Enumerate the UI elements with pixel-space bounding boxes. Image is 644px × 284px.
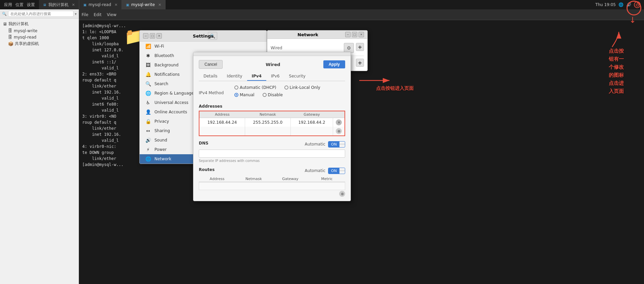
empty-addr [199, 127, 245, 136]
dns-input[interactable] [199, 150, 345, 158]
places-menu[interactable]: 位置 [14, 2, 25, 8]
routes-auto-label: Automatic [305, 168, 326, 173]
radio-link-local[interactable]: Link-Local Only [284, 85, 320, 90]
wired-body: Cancel Wired Apply Details Identity IPv4… [193, 56, 351, 201]
wifi-label: Wi-Fi [154, 44, 164, 49]
dns-hint: Separate IP addresses with commas [199, 159, 345, 163]
terminal-line: [admin@mysql-wr... [82, 23, 641, 29]
radio-manual[interactable]: Manual [234, 93, 255, 97]
routes-section: Routes Automatic ON Address Netmask Gate… [199, 167, 345, 197]
sidebar-tree: 🖥 我的计算机 🗄 mysql-write 🗄 mysql-read 📦 共享的… [0, 18, 79, 284]
network-minimize[interactable]: − [345, 32, 351, 37]
link-local-label: Link-Local Only [290, 85, 320, 90]
tree-mysql-read-label: mysql-read [14, 35, 76, 40]
view-menu[interactable]: View [107, 12, 116, 17]
tab-ipv4[interactable]: IPv4 [247, 72, 266, 81]
power-icon: ⚡ [145, 147, 151, 152]
tab-mysql-write[interactable]: ▣ mysql-write ✕ [122, 0, 166, 9]
taskbar-apps: 应用 位置 设置 [0, 2, 39, 8]
routes-addr-header: Address [199, 177, 235, 181]
taskbar: 应用 位置 设置 🖥 我的计算机 ✕ ▣ mysql-read ✕ ▣ mysq… [0, 0, 644, 9]
routes-empty-row [199, 182, 345, 190]
addr-header-address: Address [199, 111, 245, 118]
search-icon: 🔍 [2, 12, 7, 16]
file-menu[interactable]: File [82, 12, 88, 17]
terminal-icon-2: ▣ [83, 3, 86, 7]
apps-menu[interactable]: 应用 [3, 2, 13, 8]
network-maximize[interactable]: □ [352, 32, 357, 37]
tab3-label: mysql-write [131, 2, 155, 7]
tree-root[interactable]: 🖥 我的计算机 [0, 20, 79, 27]
search-settings-icon: 🔍 [145, 81, 151, 87]
terminal-header: File Edit View [79, 9, 644, 20]
dns-row: DNS Automatic ON [199, 141, 345, 148]
add-vpn-button[interactable]: + [356, 59, 364, 67]
tree-shared-label: 共享的虚拟机 [15, 41, 76, 47]
minimize-button[interactable]: − [143, 33, 148, 39]
addr-address-cell[interactable]: 192.168.44.24 [199, 118, 245, 127]
addr-gateway-cell[interactable]: 192.168.44.2 [290, 118, 333, 127]
tab3-close[interactable]: ✕ [158, 3, 161, 7]
settings-wifi[interactable]: 📶 Wi-Fi [140, 42, 267, 51]
add-network-button[interactable]: + [356, 43, 364, 51]
network-title: Network [271, 32, 345, 37]
taskbar-tabs: 🖥 我的计算机 ✕ ▣ mysql-read ✕ ▣ mysql-write ✕ [39, 0, 166, 9]
search-settings-label: Search [154, 81, 168, 86]
dropdown-arrow-icon[interactable]: ▾ [75, 12, 77, 16]
tab-identity[interactable]: Identity [222, 72, 247, 81]
toggle-off-label [339, 144, 345, 145]
addr-header-action [333, 111, 345, 118]
tab-details[interactable]: Details [199, 72, 222, 81]
addresses-table: Address Netmask Gateway 192.168.44.24 25… [199, 111, 345, 136]
routes-row: Routes Automatic ON [199, 167, 345, 174]
addr-delete-cell: ✕ [333, 118, 345, 127]
tab-my-computer[interactable]: 🖥 我的计算机 ✕ [39, 0, 79, 9]
addresses-label: Addresses [199, 104, 345, 109]
tab1-close[interactable]: ✕ [72, 3, 75, 7]
add-addr-button[interactable]: ⊕ [336, 128, 342, 134]
privacy-icon: 🔒 [145, 119, 151, 124]
tree-mysql-write[interactable]: 🗄 mysql-write [5, 27, 79, 34]
radio-group: Automatic (DHCP) Link-Local Only Manual [234, 85, 345, 97]
tab-security[interactable]: Security [284, 72, 310, 81]
add-route-button[interactable]: ⊕ [339, 191, 345, 197]
ipv4-method-label: IPv4 Method [199, 91, 229, 95]
radio-circle-disable [263, 93, 267, 97]
routes-toggle[interactable]: ON [328, 168, 345, 174]
network-win-controls: − □ ✕ [345, 32, 364, 37]
maximize-button[interactable]: □ [150, 33, 155, 39]
routes-auto-row: Automatic ON [305, 168, 345, 174]
routes-gateway-header: Gateway [272, 177, 309, 181]
radio-auto-dhcp[interactable]: Automatic (DHCP) [234, 85, 276, 90]
addr-header-netmask: Netmask [245, 111, 291, 118]
network-close[interactable]: ✕ [359, 32, 364, 37]
ipv4-method-section: IPv4 Method Automatic (DHCP) Link-Local … [199, 85, 345, 101]
desktop: 7 C E N T O S 应用 位置 设置 🖥 我的计算机 ✕ ▣ mysql… [0, 0, 644, 284]
settings-menu[interactable]: 设置 [26, 2, 36, 8]
tree-shared-vms[interactable]: 📦 共享的虚拟机 [5, 40, 79, 47]
accounts-label: Online Accounts [154, 110, 187, 114]
edit-menu[interactable]: Edit [94, 12, 101, 17]
routes-metric-header: Metric [309, 177, 345, 181]
delete-addr-button[interactable]: ✕ [336, 119, 342, 125]
tree-mysql-read[interactable]: 🗄 mysql-read [5, 34, 79, 40]
tab2-close[interactable]: ✕ [114, 3, 118, 7]
tab-ipv6[interactable]: IPv6 [266, 72, 284, 81]
apply-button[interactable]: Apply [323, 60, 345, 68]
wired-gear-button[interactable]: ⚙ [344, 43, 354, 53]
terminal-menu: File Edit View [82, 12, 117, 17]
settings-title: Settings [193, 34, 213, 39]
network-add-row: Wired ⚙ + [271, 43, 364, 53]
dns-toggle[interactable]: ON [328, 141, 345, 148]
power-button[interactable]: ⏻ [634, 1, 641, 8]
accounts-icon: 👤 [145, 109, 151, 115]
close-button[interactable]: ✕ [156, 33, 162, 39]
manual-label: Manual [240, 93, 255, 97]
tab-mysql-read[interactable]: ▣ mysql-read ✕ [79, 0, 122, 9]
radio-disable[interactable]: Disable [263, 93, 283, 97]
cancel-button[interactable]: Cancel [199, 60, 223, 69]
background-label: Background [154, 63, 179, 67]
search-input[interactable] [8, 11, 74, 17]
addr-netmask-cell[interactable]: 255.255.255.0 [245, 118, 291, 127]
dns-auto-row: Automatic ON [305, 141, 345, 148]
